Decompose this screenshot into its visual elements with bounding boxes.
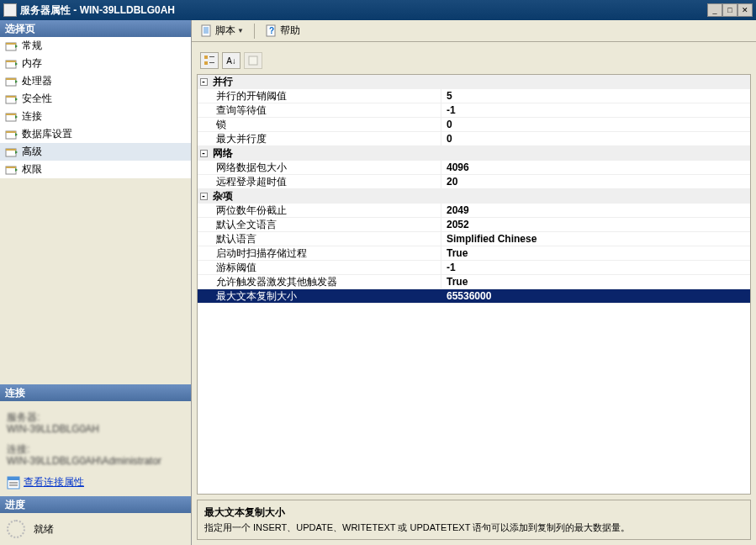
property-row[interactable]: 游标阈值-1 [198,261,750,275]
svg-rect-20 [9,485,18,486]
select-page-header: 选择页 [0,20,191,37]
nav-item[interactable]: 高级 [0,143,191,161]
alphabetical-button[interactable]: A↓ [222,52,241,69]
svg-rect-3 [6,61,16,62]
property-value[interactable]: 0 [441,118,750,131]
property-value[interactable]: -1 [441,103,750,117]
nav-item[interactable]: 权限 [0,161,191,178]
collapse-toggle[interactable]: - [198,146,209,161]
nav-item[interactable]: 常规 [0,37,191,55]
nav-list: 常规内存处理器安全性连接数据库设置高级权限 [0,37,191,178]
property-row[interactable]: 最大并行度0 [198,132,750,146]
nav-item-label: 数据库设置 [22,127,72,141]
property-value[interactable]: 2049 [441,204,750,217]
svg-rect-7 [6,96,16,98]
property-row[interactable]: 默认全文语言2052 [198,218,750,232]
categorized-icon [204,55,215,66]
property-label: 查询等待值 [198,103,441,117]
help-label: 帮助 [280,24,300,38]
nav-item-label: 处理器 [22,74,52,88]
property-value[interactable]: 4096 [441,161,750,174]
nav-item-label: 连接 [22,109,42,124]
property-category[interactable]: -杂项 [198,189,750,204]
nav-item-label: 权限 [22,162,42,177]
nav-item-label: 内存 [22,56,42,71]
progress-section: 就绪 [0,513,191,545]
category-label: 并行 [209,75,233,89]
property-row[interactable]: 远程登录超时值20 [198,175,750,189]
property-value[interactable]: -1 [441,261,750,274]
categorized-button[interactable] [200,52,219,69]
titlebar: 服务器属性 - WIN-39LLDBLG0AH _ □ ✕ [0,0,756,20]
property-label: 默认全文语言 [198,218,441,231]
page-icon [5,129,19,140]
conn-value: WIN-39LLDBLG0AH\Administrator [7,455,184,467]
property-category[interactable]: -并行 [198,75,750,89]
property-label: 游标阈值 [198,261,441,274]
property-grid[interactable]: -并行并行的开销阈值5查询等待值-1锁0最大并行度0-网络网络数据包大小4096… [197,74,751,495]
svg-rect-13 [6,149,16,151]
nav-item[interactable]: 数据库设置 [0,125,191,143]
property-value[interactable]: 2052 [441,218,750,231]
property-row[interactable]: 最大文本复制大小65536000 [198,289,750,304]
page-icon [5,146,19,158]
property-row[interactable]: 查询等待值-1 [198,103,750,118]
svg-rect-5 [6,78,16,80]
property-row[interactable]: 并行的开销阈值5 [198,89,750,103]
property-value[interactable]: 0 [441,132,750,146]
progress-header: 进度 [0,496,191,513]
page-icon [5,40,19,52]
page-icon [5,58,19,70]
property-row[interactable]: 允许触发器激发其他触发器True [198,275,750,289]
property-value[interactable]: 5 [441,89,750,103]
property-label: 最大并行度 [198,132,441,146]
property-row[interactable]: 默认语言Simplified Chinese [198,232,750,246]
nav-item[interactable]: 连接 [0,108,191,125]
property-value[interactable]: 20 [441,175,750,188]
conn-label: 连接: [7,443,184,455]
property-value[interactable]: 65536000 [441,289,750,303]
svg-rect-25 [204,61,208,65]
properties-icon [7,476,20,489]
svg-rect-15 [6,167,16,168]
property-row[interactable]: 锁0 [198,118,750,132]
description-text: 指定用一个 INSERT、UPDATE、WRITETEXT 或 UPDATETE… [204,521,743,534]
view-connection-properties-link[interactable]: 查看连接属性 [7,475,184,489]
property-category[interactable]: -网络 [198,146,750,161]
conn-info: 连接: WIN-39LLDBLG0AH\Administrator [7,443,184,467]
dropdown-arrow-icon: ▼ [237,27,244,34]
svg-rect-19 [9,484,18,484]
svg-text:?: ? [269,26,274,35]
collapse-toggle[interactable]: - [198,189,209,204]
help-button[interactable]: ? 帮助 [262,23,304,39]
minimize-button[interactable]: _ [707,3,722,17]
property-row[interactable]: 两位数年份截止2049 [198,204,750,218]
server-info: 服务器: WIN-39LLDBLG0AH [7,411,184,435]
script-button[interactable]: 脚本 ▼ [197,23,247,39]
content: A↓ -并行并行的开销阈值5查询等待值-1锁0最大并行度0-网络网络数据包大小4… [192,42,756,545]
close-button[interactable]: ✕ [737,3,753,17]
collapse-toggle[interactable]: - [198,75,209,89]
svg-rect-27 [209,62,214,63]
nav-item-label: 安全性 [22,92,52,106]
property-label: 网络数据包大小 [198,161,441,174]
server-value: WIN-39LLDBLG0AH [7,423,184,435]
svg-rect-26 [209,56,214,57]
property-row[interactable]: 网络数据包大小4096 [198,161,750,175]
property-value[interactable]: Simplified Chinese [441,232,750,246]
maximize-button[interactable]: □ [722,3,737,17]
page-icon [5,93,19,105]
nav-item[interactable]: 内存 [0,55,191,72]
property-row[interactable]: 启动时扫描存储过程True [198,246,750,261]
right-panel: 脚本 ▼ ? 帮助 A↓ -并行并行的开销阈值5查询等待值-1锁 [192,20,756,545]
property-pages-button[interactable] [244,52,262,69]
main: 选择页 常规内存处理器安全性连接数据库设置高级权限 连接 服务器: WIN-39… [0,20,756,545]
nav-item[interactable]: 处理器 [0,72,191,90]
property-value[interactable]: True [441,275,750,288]
property-value[interactable]: True [441,246,750,260]
page-icon [5,111,19,123]
property-label: 并行的开销阈值 [198,89,441,103]
toolbar: 脚本 ▼ ? 帮助 [192,20,756,42]
nav-item[interactable]: 安全性 [0,90,191,108]
description-box: 最大文本复制大小 指定用一个 INSERT、UPDATE、WRITETEXT 或… [197,500,751,540]
